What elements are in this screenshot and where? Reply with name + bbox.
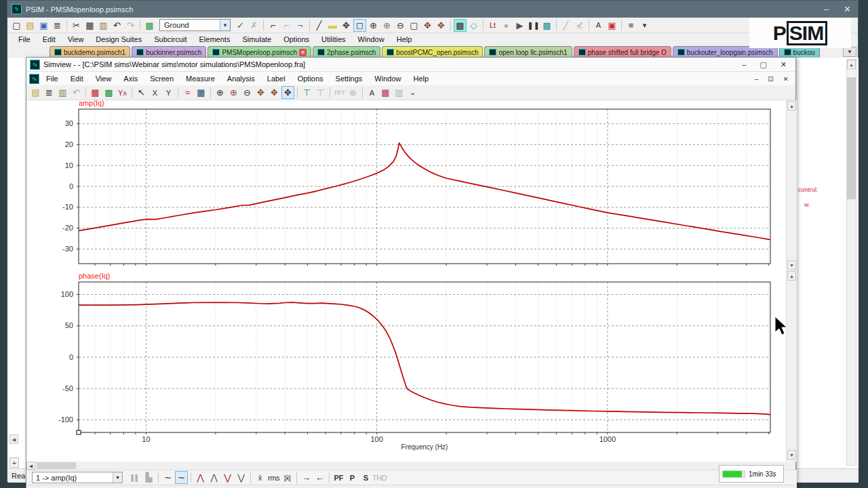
toolbar-copy-icon[interactable]: ▦ <box>83 19 96 32</box>
toolbar-print-icon[interactable]: ≣ <box>43 86 56 99</box>
toolbar-zoom-in-icon[interactable]: ⊕ <box>367 19 380 32</box>
tab-open-loop-llc-psimsch1[interactable]: open loop llc.psimsch1 <box>484 46 572 58</box>
scroll-down-icon[interactable]: ▼ <box>787 260 796 270</box>
toolbar-comment-icon[interactable]: ▬ <box>326 19 339 32</box>
scrollbar-thumb[interactable] <box>37 462 76 469</box>
toolbar-select-pointer-icon[interactable]: ◻ <box>353 19 366 32</box>
toolbar-export-data-icon[interactable]: ▦ <box>89 86 102 99</box>
toolbar-zoom-page-icon[interactable]: ▢ <box>408 19 420 32</box>
scroll-up-icon[interactable]: ▲ <box>847 60 856 69</box>
toolbar-y-axis-setup-icon[interactable]: Yᴀ <box>116 86 129 99</box>
menu-simview-options[interactable]: Options <box>292 74 329 83</box>
simview-minimize-button[interactable]: – <box>742 60 746 69</box>
toolbar-element-icon[interactable]: ◇ <box>467 19 480 32</box>
toolbar-toolbar-more-icon[interactable]: ▾ <box>638 19 651 32</box>
toolbar-lt-spice-icon[interactable]: Lt <box>486 19 499 32</box>
chevron-down-icon[interactable]: ▼ <box>113 472 122 483</box>
toolbar-next-point-right-icon[interactable]: → <box>300 471 313 484</box>
toolbar-rms-icon[interactable]: rms <box>267 471 280 484</box>
menu-simview-settings[interactable]: Settings <box>330 74 368 83</box>
mdi-minimize-button[interactable]: – <box>755 75 759 83</box>
menu-simview-window[interactable]: Window <box>369 74 406 83</box>
toolbar-stop-icon[interactable]: ● <box>500 19 513 32</box>
toolbar-bar-graph-icon[interactable]: ▌▌ <box>129 471 142 484</box>
toolbar-sine-view-icon[interactable]: ∼ <box>161 471 174 484</box>
toolbar-measure-icon[interactable]: ⊤ <box>300 86 313 99</box>
toolbar-toolbar-more-icon[interactable]: ⌄ <box>406 86 419 99</box>
toolbar-library-icon[interactable]: ▣ <box>606 19 618 32</box>
toolbar-save-icon[interactable]: ▣ <box>37 19 50 32</box>
toolbar-undo-icon[interactable]: ↶ <box>111 19 123 32</box>
toolbar-add-screen-icon[interactable]: ▩ <box>102 86 115 99</box>
scroll-down-icon-2[interactable]: ▼ <box>787 450 796 460</box>
toolbar-next-point-left-icon[interactable]: ← <box>313 471 326 484</box>
mdi-restore-button[interactable]: ⊡ <box>768 75 773 83</box>
toolbar-label-icon[interactable]: ¬ <box>294 19 307 32</box>
bode-plots[interactable]: 3020100-10-20-30amp(Iq)100500-50-100phas… <box>26 100 786 462</box>
toolbar-run-simulation-icon[interactable]: ▶ <box>513 19 526 32</box>
toolbar-zoom-x-icon[interactable]: ⊕ <box>227 86 240 99</box>
toolbar-power-factor-icon[interactable]: PF <box>332 471 345 484</box>
toolbar-run-simview-icon[interactable]: ▩ <box>540 19 553 32</box>
toolbar-paste-icon[interactable]: ▥ <box>97 19 110 32</box>
scroll-up-icon-2[interactable]: ▲ <box>787 271 796 281</box>
schematic-vertical-scrollbar[interactable]: ▲ <box>846 59 856 466</box>
toolbar-text-icon[interactable]: A <box>366 86 378 99</box>
toolbar-select-cursor-icon[interactable]: ↖ <box>135 86 148 99</box>
toolbar-slope1-icon[interactable]: ╱ <box>559 19 572 32</box>
menu-simview-help[interactable]: Help <box>408 74 434 83</box>
toolbar-properties-icon[interactable]: ▥ <box>56 86 69 99</box>
menu-psim-edit[interactable]: Edit <box>37 35 61 44</box>
toolbar-display-icon[interactable]: ▦ <box>379 86 392 99</box>
toolbar-mean-icon[interactable]: x̄ <box>254 471 267 484</box>
toolbar-extra-icon[interactable]: ▥ <box>393 86 406 99</box>
plot-horizontal-scrollbar[interactable]: ◀ <box>26 462 786 470</box>
toolbar-text-icon[interactable]: A <box>592 19 605 32</box>
toolbar-runtime-graph-icon[interactable]: ▩ <box>454 19 467 32</box>
tab-boostpcmc-open-psimsch[interactable]: boostPCMC_open.psimsch <box>382 46 483 58</box>
toolbar-min-valley-icon[interactable]: ⋁ <box>221 471 234 484</box>
toolbar-apply-check-icon[interactable]: ✓ <box>234 19 247 32</box>
menu-psim-options[interactable]: Options <box>278 35 315 44</box>
scroll-left-icon[interactable]: ◀ <box>26 462 35 470</box>
minimize-button[interactable]: – <box>824 4 829 14</box>
toolbar-grab-hand2-icon[interactable]: ✥ <box>435 19 448 32</box>
tab-buckinner-psimsch[interactable]: buckinner.psimsch <box>132 46 206 58</box>
tab-buckdemo-psimsch1[interactable]: buckdemo.psimsch1 <box>50 46 130 58</box>
menu-simview-edit[interactable]: Edit <box>65 74 89 83</box>
tab-phase-shifted-full-bridge-o[interactable]: phase shifted full bridge O <box>574 46 671 58</box>
toolbar-y-axis-icon[interactable]: Y <box>162 86 175 99</box>
toolbar-max-peak-icon[interactable]: ⋀ <box>194 471 207 484</box>
menu-psim-file[interactable]: File <box>13 35 36 44</box>
simview-close-button[interactable]: ✕ <box>781 60 787 69</box>
toolbar-pan-hand-icon[interactable]: ✥ <box>281 86 294 99</box>
toolbar-grab-hand-icon[interactable]: ✥ <box>421 19 434 32</box>
menu-psim-elements[interactable]: Elements <box>194 35 236 44</box>
toolbar-histogram-icon[interactable]: ▙ <box>142 471 155 484</box>
signal-select-combobox[interactable]: 1 -> amp(Iq)▼ <box>32 472 123 483</box>
simview-titlebar[interactable]: ∿ Simview - - [C:\PSIM sims\Webinar sims… <box>26 58 795 72</box>
toolbar-real-power-icon[interactable]: P <box>346 471 359 484</box>
toolbar-pause-icon[interactable]: ❚❚ <box>527 19 540 32</box>
toolbar-sine-zoom-icon[interactable]: ∼ <box>175 471 188 484</box>
toolbar-hand-x-icon[interactable]: ✥ <box>254 86 267 99</box>
toolbar-open-file-icon[interactable]: ▤ <box>29 86 42 99</box>
scrollbar-thumb[interactable] <box>847 77 856 199</box>
scroll-up-icon[interactable]: ▲ <box>787 101 796 110</box>
toolbar-settings-gear-icon[interactable]: ⊛ <box>347 86 359 99</box>
toolbar-curve-setup-icon[interactable]: ≈ <box>181 86 194 99</box>
toolbar-zoom-out-icon[interactable]: ⊖ <box>241 86 254 99</box>
toolbar-script-icon[interactable]: ▩ <box>143 19 156 32</box>
toolbar-ruler-icon[interactable]: ≡ <box>625 19 637 32</box>
toolbar-zoom-window-icon[interactable]: ⊕ <box>380 19 393 32</box>
toolbar-apparent-power-icon[interactable]: S <box>359 471 372 484</box>
menu-simview-file[interactable]: File <box>41 74 64 83</box>
menu-psim-design-suites[interactable]: Design Suites <box>90 35 147 44</box>
toolbar-fft-icon[interactable]: FFT <box>333 86 346 99</box>
toolbar-print-icon[interactable]: ≣ <box>51 19 64 32</box>
toolbar-slope2-icon[interactable]: ⊀ <box>573 19 586 32</box>
ground-combobox[interactable]: Ground▼ <box>159 19 231 31</box>
menu-simview-screen[interactable]: Screen <box>144 74 179 83</box>
menu-simview-axis[interactable]: Axis <box>118 74 143 83</box>
tab-pmsmopenloop-psimsch[interactable]: PMSMopenloop.psimsch✕ <box>208 46 311 58</box>
